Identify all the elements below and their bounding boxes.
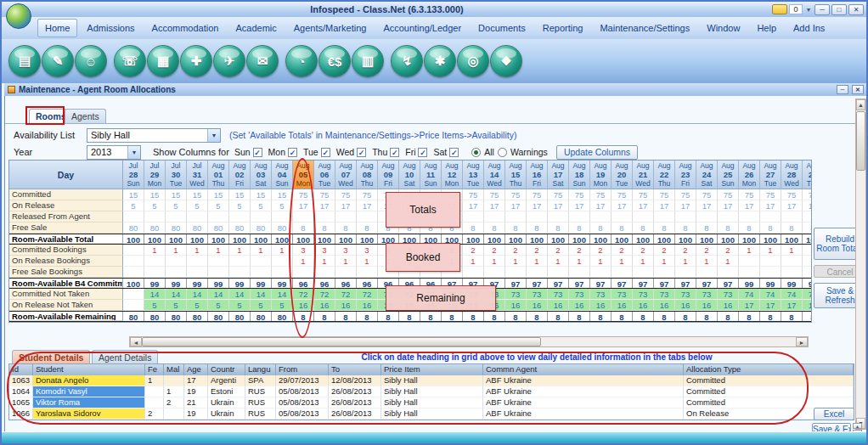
date-col-aug-26[interactable]: Aug26Mon: [739, 161, 760, 189]
menu-item-admissions[interactable]: Admissions: [79, 19, 142, 37]
date-col-aug-05[interactable]: Aug05Mon: [293, 161, 314, 189]
date-col-aug-27[interactable]: Aug27Tue: [760, 161, 781, 189]
date-col-aug-22[interactable]: Aug22Thu: [654, 161, 675, 189]
chevron-down-icon[interactable]: ▼: [127, 146, 140, 159]
date-col-aug-02[interactable]: Aug02Fri: [229, 161, 251, 189]
date-col-aug-14[interactable]: Aug14Wed: [484, 161, 505, 189]
excel-button[interactable]: Excel: [814, 408, 854, 420]
date-col-aug-18[interactable]: Aug18Sun: [569, 161, 590, 189]
charts-icon[interactable]: ▥: [352, 45, 384, 77]
time-icon[interactable]: ◔: [285, 45, 318, 77]
year-select[interactable]: 2013 ▼: [87, 145, 141, 160]
column-header-allocation-type[interactable]: Allocation Type: [684, 364, 854, 375]
column-header-age[interactable]: Age: [184, 364, 208, 375]
date-col-aug-10[interactable]: Aug10Sat: [399, 161, 420, 189]
date-col-aug-24[interactable]: Aug24Sat: [696, 161, 718, 189]
date-col-aug-04[interactable]: Aug04Sun: [272, 161, 293, 189]
horizontal-scrollbar[interactable]: ◄ ►: [129, 336, 809, 347]
date-col-aug-20[interactable]: Aug20Tue: [612, 161, 633, 189]
checkbox-fri[interactable]: ✓: [418, 148, 427, 157]
medical-icon[interactable]: ✚: [180, 45, 212, 77]
date-col-aug-01[interactable]: Aug01Thu: [208, 161, 229, 189]
date-col-aug-19[interactable]: Aug19Mon: [590, 161, 612, 189]
checkbox-thu[interactable]: ✓: [390, 148, 399, 157]
column-header-id[interactable]: Id: [9, 364, 33, 375]
date-col-aug-25[interactable]: Aug25Sun: [718, 161, 739, 189]
chevron-down-icon[interactable]: ▼: [207, 129, 220, 142]
currency-icon[interactable]: €$: [318, 45, 351, 77]
panel-close-button[interactable]: ✕: [852, 85, 864, 94]
tab-agent-details[interactable]: Agent Details: [92, 350, 158, 364]
energy-icon[interactable]: ↯: [391, 45, 423, 77]
menu-item-maintenance-settings[interactable]: Maintenance/Settings: [592, 19, 697, 37]
mail-dropdown-icon[interactable]: ▼: [804, 7, 813, 13]
checkbox-sun[interactable]: ✓: [253, 148, 262, 157]
date-col-aug-13[interactable]: Aug13Tue: [463, 161, 484, 189]
mail-icon[interactable]: ✉: [246, 45, 279, 77]
date-col-aug-15[interactable]: Aug15Thu: [505, 161, 527, 189]
date-col-aug-11[interactable]: Aug11Sun: [420, 161, 442, 189]
column-header-fe[interactable]: Fe: [145, 364, 164, 375]
date-col-aug-28[interactable]: Aug28Wed: [781, 161, 803, 189]
column-header-student[interactable]: Student: [33, 364, 145, 375]
table-row[interactable]: 1063Donata Angelo117ArgentiSPA29/07/2013…: [9, 375, 854, 386]
menu-item-add-ins[interactable]: Add Ins: [786, 19, 832, 37]
date-col-aug-08[interactable]: Aug08Thu: [357, 161, 378, 189]
accounts-icon[interactable]: ▦: [147, 45, 179, 77]
menu-item-help[interactable]: Help: [749, 19, 784, 37]
column-header-from[interactable]: From: [276, 364, 329, 375]
checkbox-tue[interactable]: ✓: [321, 148, 330, 157]
table-row[interactable]: 1064Komodri Vasyl119EstoniRUS05/08/20132…: [9, 386, 854, 397]
travel-icon[interactable]: ✈: [213, 45, 245, 77]
column-header-commn-agent[interactable]: Commn Agent: [483, 364, 684, 375]
settings-icon[interactable]: ✱: [424, 45, 456, 77]
spin-up-icon[interactable]: ▲: [853, 423, 862, 429]
column-header-langu[interactable]: Langu: [245, 364, 276, 375]
vertical-scrollbar[interactable]: ▲ ▼: [855, 99, 866, 430]
menu-item-window[interactable]: Window: [699, 19, 747, 37]
scrollbar-thumb[interactable]: [142, 337, 541, 346]
availability-list-select[interactable]: Sibly Hall ▼: [87, 128, 221, 143]
date-col-aug-09[interactable]: Aug09Fri: [378, 161, 399, 189]
date-col-jul-28[interactable]: Jul28Sun: [123, 161, 144, 189]
search-icon[interactable]: ◎: [457, 45, 489, 77]
scrollbar-thumb[interactable]: [856, 111, 865, 171]
menu-item-accommodation[interactable]: Accommodation: [144, 19, 227, 37]
panel-minimize-button[interactable]: ─: [837, 85, 848, 94]
radio-warnings[interactable]: [498, 148, 507, 157]
column-header-price-item[interactable]: Price Item: [381, 364, 483, 375]
radio-all[interactable]: [471, 148, 481, 157]
students-icon[interactable]: ☺: [75, 45, 107, 77]
checkbox-wed[interactable]: ✓: [357, 148, 366, 157]
checkbox-sat[interactable]: ✓: [449, 148, 459, 157]
date-col-aug-21[interactable]: Aug21Wed: [633, 161, 654, 189]
mail-icon[interactable]: [772, 4, 787, 14]
scroll-up-icon[interactable]: ▲: [856, 99, 865, 110]
maximize-button[interactable]: □: [831, 4, 847, 15]
column-header-countr[interactable]: Countr: [208, 364, 245, 375]
scroll-right-icon[interactable]: ►: [796, 337, 808, 346]
network-icon[interactable]: ❖: [490, 45, 522, 77]
checkbox-mon[interactable]: ✓: [288, 148, 297, 157]
edit-icon[interactable]: ✎: [42, 45, 74, 77]
date-col-jul-30[interactable]: Jul30Tue: [166, 161, 187, 189]
menu-item-home[interactable]: Home: [37, 19, 77, 37]
menu-item-agents-marketing[interactable]: Agents/Marketing: [286, 19, 375, 37]
update-columns-button[interactable]: Update Columns: [556, 145, 638, 160]
date-col-aug-06[interactable]: Aug06Tue: [314, 161, 335, 189]
column-header-mal[interactable]: Mal: [164, 364, 184, 375]
tab-agents[interactable]: Agents: [65, 109, 106, 123]
menu-item-accounting-ledger[interactable]: Accounting/Ledger: [375, 19, 469, 37]
minimize-button[interactable]: ─: [814, 4, 830, 15]
tab-student-details[interactable]: Student Details: [12, 350, 90, 364]
contacts-icon[interactable]: ☏: [114, 45, 146, 77]
date-col-aug-17[interactable]: Aug17Sat: [548, 161, 569, 189]
menu-item-reporting[interactable]: Reporting: [535, 19, 591, 37]
date-col-aug-03[interactable]: Aug03Sat: [251, 161, 272, 189]
close-button[interactable]: ✕: [848, 4, 864, 15]
table-row[interactable]: 1066Yaroslava Sidorov219UkrainRUS05/08/2…: [9, 408, 854, 420]
date-col-aug-16[interactable]: Aug16Fri: [527, 161, 548, 189]
date-col-aug-23[interactable]: Aug23Fri: [675, 161, 696, 189]
column-header-to[interactable]: To: [329, 364, 381, 375]
date-col-jul-29[interactable]: Jul29Mon: [144, 161, 166, 189]
